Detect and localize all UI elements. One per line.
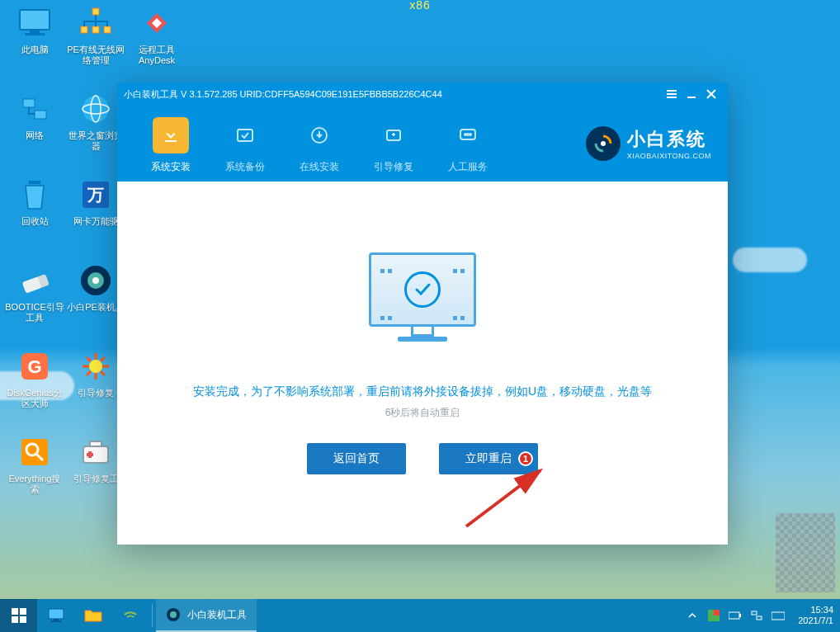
tray-keyboard-icon[interactable] [772, 609, 785, 622]
svg-rect-37 [87, 453, 93, 456]
svg-rect-54 [12, 608, 18, 615]
message-main: 安装完成，为了不影响系统部署，重启前请将外接设备拔掉，例如U盘，移动硬盘，光盘等 [193, 384, 652, 399]
svg-rect-69 [772, 612, 785, 620]
svg-rect-1 [30, 30, 40, 33]
desktop-icon-pe-net[interactable]: PE有线无线网络管理 [66, 5, 125, 86]
tray-battery-icon[interactable] [729, 609, 742, 622]
svg-rect-0 [20, 10, 50, 30]
restart-button[interactable]: 立即重启 1 [439, 443, 538, 474]
svg-point-50 [470, 134, 471, 135]
svg-point-19 [92, 277, 99, 284]
download-icon [153, 117, 189, 153]
taskbar-clock[interactable]: 15:34 2021/7/1 [793, 605, 833, 626]
cloud-down-icon [301, 117, 337, 153]
svg-line-29 [101, 357, 105, 361]
tray-security-icon[interactable] [707, 609, 720, 622]
svg-line-27 [87, 357, 91, 361]
taskbar-explorer[interactable] [74, 599, 111, 632]
svg-rect-59 [54, 619, 59, 620]
svg-line-30 [87, 371, 91, 375]
app-window: 小白装机工具 V 3.1.572.285 URID:CDFF5A594C09E1… [117, 83, 728, 545]
svg-point-52 [601, 141, 606, 146]
message-countdown: 6秒后将自动重启 [385, 406, 460, 420]
svg-rect-65 [729, 612, 739, 619]
chat-icon [450, 117, 486, 153]
svg-rect-12 [29, 181, 40, 184]
svg-rect-64 [714, 610, 720, 615]
window-title: 小白装机工具 V 3.1.572.285 URID:CDFF5A594C09E1… [124, 88, 662, 101]
svg-point-48 [465, 134, 466, 135]
close-button[interactable] [701, 86, 721, 102]
svg-rect-55 [20, 608, 26, 615]
repair-icon [375, 117, 412, 153]
desktop-icon-anydesk[interactable]: 远程工具AnyDesk [127, 5, 186, 86]
titlebar[interactable]: 小白装机工具 V 3.1.572.285 URID:CDFF5A594C09E1… [117, 83, 728, 106]
svg-rect-35 [90, 441, 101, 446]
svg-text:G: G [27, 356, 41, 377]
brand-logo-icon [586, 126, 621, 161]
tray-chevron-icon[interactable] [686, 609, 699, 622]
menu-button[interactable] [662, 86, 682, 102]
svg-rect-57 [20, 616, 26, 623]
desktop-icon-network[interactable]: 网络 [5, 91, 64, 172]
tray-network-icon[interactable] [750, 609, 763, 622]
app-icon [166, 607, 181, 622]
svg-rect-44 [238, 130, 252, 141]
desktop-icon-recycle-bin[interactable]: 回收站 [5, 177, 64, 257]
svg-rect-5 [92, 26, 99, 33]
home-button[interactable]: 返回首页 [307, 443, 406, 474]
svg-rect-58 [49, 609, 64, 619]
taskbar-this-pc[interactable] [37, 599, 74, 632]
svg-rect-56 [12, 616, 18, 623]
annotation-badge: 1 [518, 451, 533, 466]
svg-point-62 [170, 611, 177, 618]
svg-rect-60 [51, 620, 61, 622]
tab-system-install[interactable]: 系统安装 [134, 114, 208, 174]
toolbar: 系统安装 系统备份 在线安装 引导修复 人工服务 小白系统 XIAOBAIXIT… [117, 106, 728, 182]
svg-rect-6 [104, 26, 111, 33]
taskbar: 小白装机工具 15:34 2021/7/1 [0, 599, 840, 632]
tab-support[interactable]: 人工服务 [431, 114, 505, 174]
tab-system-backup[interactable]: 系统备份 [208, 114, 282, 174]
desktop-icon-bootice[interactable]: BOOTICE引导工具 [5, 262, 64, 343]
svg-text:万: 万 [87, 186, 104, 204]
minimize-button[interactable] [682, 86, 701, 102]
svg-rect-2 [25, 33, 45, 35]
svg-rect-66 [739, 614, 741, 617]
svg-line-28 [101, 371, 105, 375]
desktop-icon-diskgenius[interactable]: G DiskGenius分区大师 [5, 348, 64, 429]
svg-rect-8 [35, 111, 46, 119]
system-tray: 15:34 2021/7/1 [686, 605, 840, 626]
svg-rect-67 [752, 611, 757, 615]
start-button[interactable] [0, 599, 37, 632]
desktop-icon-this-pc[interactable]: 此电脑 [5, 5, 64, 86]
brand: 小白系统 XIAOBAIXITONG.COM [586, 126, 711, 161]
backup-icon [227, 117, 263, 153]
tab-boot-repair[interactable]: 引导修复 [356, 114, 431, 174]
svg-rect-68 [757, 616, 762, 620]
blurred-region [776, 513, 835, 592]
svg-rect-7 [23, 99, 35, 107]
content-area: 安装完成，为了不影响系统部署，重启前请将外接设备拔掉，例如U盘，移动硬盘，光盘等… [117, 182, 728, 545]
taskbar-app-item[interactable]: 小白装机工具 [156, 599, 257, 632]
arch-label: x86 [409, 0, 431, 12]
svg-rect-4 [81, 26, 87, 33]
tab-online-install[interactable]: 在线安装 [282, 114, 356, 174]
svg-rect-31 [21, 439, 48, 465]
success-illustration [369, 252, 476, 351]
check-circle-icon [404, 271, 441, 308]
taskbar-wifi[interactable] [111, 599, 149, 632]
svg-point-49 [467, 134, 469, 135]
svg-rect-3 [92, 8, 99, 15]
desktop-icon-everything[interactable]: Everything搜索 [5, 434, 64, 515]
svg-point-22 [89, 360, 102, 373]
svg-point-9 [83, 96, 109, 122]
